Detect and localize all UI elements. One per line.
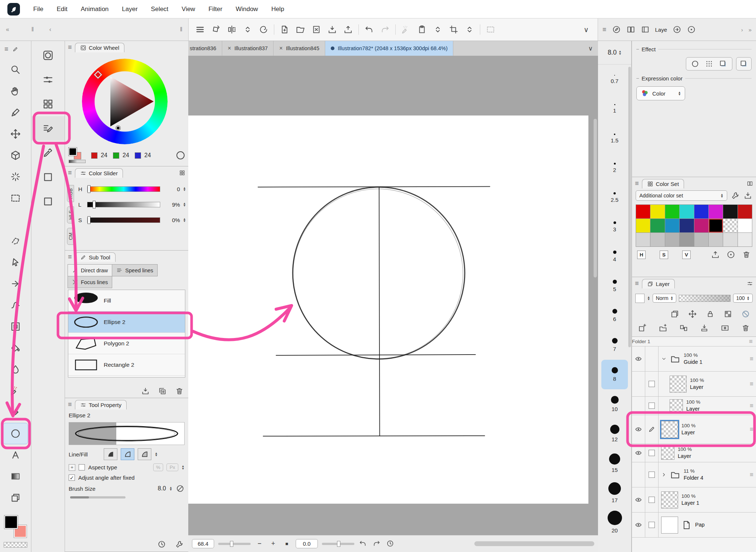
spinner[interactable]: ▲▼ <box>747 296 750 300</box>
tab-illustration837[interactable]: ×Illustration837 <box>222 41 274 56</box>
panel-menu-icon[interactable]: ≡ <box>635 280 639 287</box>
brush-size-scrollbar[interactable] <box>628 67 631 347</box>
spinner[interactable]: ▲▼ <box>618 50 621 55</box>
layer-select-checkbox[interactable] <box>645 372 659 396</box>
nav-sub-tool[interactable] <box>31 116 65 141</box>
edit-color-set-icon[interactable] <box>731 191 740 200</box>
rotate-canvas-icon[interactable] <box>210 24 221 35</box>
brush-size-12[interactable]: 12 <box>601 419 628 448</box>
color-swatch[interactable] <box>723 205 737 218</box>
undo-icon[interactable] <box>364 24 375 35</box>
reset-settings-icon[interactable] <box>157 540 166 549</box>
color-swatch[interactable] <box>738 205 752 218</box>
frame-tool[interactable] <box>0 316 31 337</box>
opacity-box[interactable]: 100 ▲▼ <box>733 294 753 303</box>
new-folder-icon[interactable] <box>659 324 667 332</box>
transfer-layer-icon[interactable] <box>679 324 688 332</box>
color-swatch[interactable] <box>650 219 664 232</box>
tab-illustration845[interactable]: ×Illustration845 <box>274 41 325 56</box>
menu-select[interactable]: Select <box>151 6 168 13</box>
app-logo-icon[interactable] <box>7 3 20 15</box>
slider-track[interactable] <box>87 217 160 223</box>
visibility-toggle[interactable] <box>632 462 645 487</box>
color-swatch[interactable] <box>723 219 737 232</box>
lock-transparent-icon[interactable] <box>724 310 732 318</box>
menu-animation[interactable]: Animation <box>81 6 109 13</box>
add-color-icon[interactable] <box>726 250 735 259</box>
color-swatch[interactable] <box>738 219 752 232</box>
slider-track[interactable] <box>87 202 160 207</box>
color-set-view-icon[interactable] <box>747 180 753 187</box>
auto-select-tool[interactable] <box>0 166 31 187</box>
tab-illustration782-2048-x-1536px-300dpi-68-4[interactable]: Illustration782* (2048 x 1536px 300dpi 6… <box>325 41 453 56</box>
color-swatch[interactable] <box>694 219 708 232</box>
color-swatch[interactable] <box>665 205 679 218</box>
fit-to-screen-button[interactable]: ■ <box>282 539 292 549</box>
color-swatch[interactable] <box>738 233 752 246</box>
cycle-icon[interactable] <box>242 24 253 35</box>
color-swatch[interactable] <box>680 219 694 232</box>
panel-menu-icon[interactable]: ≡ <box>635 180 639 187</box>
brush-size-1[interactable]: 1 <box>601 94 628 124</box>
spinner[interactable]: ▲▼ <box>183 187 186 191</box>
panel-split-icon[interactable] <box>626 25 635 34</box>
canvas-page[interactable] <box>188 115 588 504</box>
clipping-mask-icon[interactable] <box>741 310 750 318</box>
effect-extra-button[interactable] <box>736 57 752 70</box>
new-file-icon[interactable] <box>279 24 290 35</box>
nav-color-slider[interactable] <box>31 68 65 92</box>
close-file-icon[interactable] <box>311 24 322 35</box>
nav-panel-extra2[interactable] <box>31 189 65 214</box>
color-swatch[interactable] <box>636 233 650 246</box>
rotate-right-icon[interactable] <box>372 539 382 549</box>
menu-window[interactable]: Window <box>236 6 258 13</box>
layer-select-checkbox[interactable] <box>645 487 659 512</box>
layer-mask-icon[interactable] <box>721 324 729 332</box>
rotate-left-icon[interactable] <box>358 539 368 549</box>
swatch-strip[interactable] <box>69 160 86 163</box>
sub-tool-group-speed-lines[interactable]: Speed lines <box>112 264 158 276</box>
color-swatch[interactable] <box>709 219 723 232</box>
chevron-right-icon[interactable]: › <box>741 27 743 33</box>
color-swatch[interactable] <box>709 205 723 218</box>
tab-stration836[interactable]: stration836 <box>188 41 222 56</box>
layer-row-folder-1[interactable]: Folder 1≡ <box>632 337 756 346</box>
slider-handle[interactable] <box>93 201 96 208</box>
quick-access-icon[interactable] <box>612 25 621 34</box>
layer-row-layer[interactable]: 100 %Layer <box>632 444 756 462</box>
line-tool[interactable] <box>0 401 31 423</box>
sub-tool-detail-icon[interactable] <box>175 540 184 549</box>
dynamics-icon[interactable] <box>176 484 185 493</box>
export-icon[interactable] <box>343 24 354 35</box>
object-tool[interactable] <box>0 252 31 273</box>
color-swatch[interactable] <box>709 233 723 246</box>
brush-size-current[interactable]: 8.0 <box>608 49 616 56</box>
visibility-toggle[interactable] <box>632 372 645 396</box>
aspect-unit-px[interactable]: Px <box>166 463 178 471</box>
brush-size-1-5[interactable]: 1.5 <box>601 124 628 153</box>
delete-sub-tool-icon[interactable] <box>175 387 184 396</box>
navigator-icon[interactable] <box>687 25 696 34</box>
hsv-button-s[interactable]: S <box>660 251 668 259</box>
row-handle-icon[interactable]: ≡ <box>747 346 756 371</box>
aspect-unit-percent[interactable]: % <box>153 463 164 471</box>
operation-tool[interactable] <box>0 145 31 166</box>
zoom-value[interactable]: 68.4 <box>192 539 214 548</box>
pen-tool[interactable] <box>0 102 31 123</box>
brush-size-2[interactable]: 2 <box>601 153 628 183</box>
brush-size-slider[interactable] <box>70 496 126 498</box>
cycle-icon[interactable] <box>464 24 475 35</box>
close-tab-icon[interactable]: × <box>228 45 231 52</box>
brush-size-10[interactable]: 10 <box>601 389 628 419</box>
no-effect-icon[interactable] <box>691 59 700 68</box>
visibility-toggle[interactable] <box>632 415 645 444</box>
main-color-mini-swatch[interactable] <box>69 148 77 156</box>
row-handle-icon[interactable]: ≡ <box>747 397 756 415</box>
color-swatch[interactable] <box>650 205 664 218</box>
blend-preview-swatch[interactable] <box>635 294 645 303</box>
open-file-icon[interactable] <box>295 24 306 35</box>
vertical-scrollbar[interactable] <box>594 119 597 277</box>
spray-icon[interactable] <box>401 24 412 35</box>
tab-list-chevron-icon[interactable]: ∨ <box>583 45 598 52</box>
menu-view[interactable]: View <box>182 6 195 13</box>
